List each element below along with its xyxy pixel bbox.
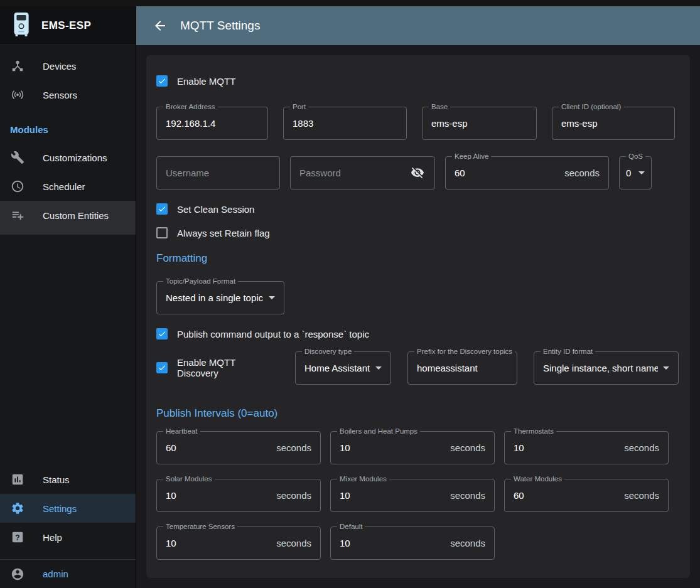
field-label: Topic/Payload Format [163,277,238,286]
field-value: 10 [166,538,271,548]
sidebar-item-sensors[interactable]: Sensors [0,80,136,109]
main-area: MQTT Settings Enable MQTT Broker Address… [136,6,700,588]
checkbox-icon [156,203,168,215]
sidebar-nav: Devices Sensors Modules [0,45,136,235]
broker-address-field[interactable]: Broker Address 192.168.1.4 [156,107,268,140]
field-value: 1883 [293,118,397,129]
base-field[interactable]: Base ems-esp [422,107,537,140]
sidebar-item-settings[interactable]: Settings [0,494,136,523]
mixer-interval-field[interactable]: Mixer Modules 10 seconds [330,479,495,512]
field-label: Keep Alive [452,152,491,161]
clock-icon [10,179,25,194]
dropdown-caret-icon [638,171,645,174]
field-label: Temperature Sensors [163,523,237,531]
sidebar-spacer [0,235,136,465]
field-value: homeassistant [417,363,508,373]
settings-card: Enable MQTT Broker Address 192.168.1.4 P… [146,55,690,578]
checkbox-label: Publish command output to a `response` t… [177,329,369,339]
field-label: Water Modules [511,475,564,483]
retain-flag-checkbox[interactable]: Always set Retain flag [156,221,680,245]
field-label: Prefix for the Discovery topics [414,348,515,356]
checkbox-label: Enable MQTT [177,76,235,87]
sidebar-item-scheduler[interactable]: Scheduler [0,172,136,201]
sidebar-item-label: Settings [43,503,77,514]
arrow-back-icon [153,18,168,33]
gear-icon [10,501,25,516]
sidebar-item-label: Custom Entities [43,210,109,221]
field-value: Home Assistant [304,363,370,373]
clean-session-checkbox[interactable]: Set Clean Session [156,197,680,221]
sidebar-item-help[interactable]: ? Help [0,523,136,552]
field-suffix: seconds [450,538,485,548]
sidebar-item-custom-entities[interactable]: Custom Entities [0,201,136,230]
topic-format-select[interactable]: Topic/Payload Format Nested in a single … [156,281,284,314]
sidebar-item-label: Sensors [43,90,77,100]
field-label: Thermostats [511,427,556,436]
field-suffix: seconds [564,168,600,178]
page-title: MQTT Settings [180,19,260,33]
discovery-type-select[interactable]: Discovery type Home Assistant [295,351,391,385]
field-suffix: seconds [624,490,659,501]
wrench-icon [10,150,25,165]
intervals-grid: Heartbeat 60 seconds Boilers and Heat Pu… [156,431,680,560]
dropdown-caret-icon [375,366,382,370]
sidebar-item-label: Customizations [43,152,107,163]
field-suffix: seconds [276,442,311,453]
publish-intervals-heading: Publish Intervals (0=auto) [156,407,680,420]
svg-text:?: ? [15,533,19,542]
field-value: 60 [166,442,271,453]
enable-discovery-checkbox[interactable]: Enable MQTT Discovery [156,356,279,380]
field-suffix: seconds [276,490,311,501]
field-value: 10 [514,442,619,453]
playlist-add-icon [10,208,25,223]
temperature-sensors-interval-field[interactable]: Temperature Sensors 10 seconds [156,527,321,560]
back-button[interactable] [153,18,168,33]
qos-select[interactable]: QoS 0 [619,156,652,190]
sidebar-item-label: Status [43,474,70,485]
broker-row: Broker Address 192.168.1.4 Port 1883 Bas… [156,107,680,140]
field-value: Nested in a single topic [166,292,264,303]
default-interval-field[interactable]: Default 10 seconds [330,527,495,560]
solar-interval-field[interactable]: Solar Modules 10 seconds [156,479,321,512]
field-placeholder: Username [166,168,271,178]
publish-response-checkbox[interactable]: Publish command output to a `response` t… [156,322,680,346]
field-value: 192.168.1.4 [166,118,259,129]
field-value: Single instance, short name [543,363,658,373]
password-field[interactable]: Password [290,156,435,190]
keep-alive-field[interactable]: Keep Alive 60 seconds [445,156,609,190]
entity-id-format-select[interactable]: Entity ID format Single instance, short … [534,351,679,385]
formatting-heading: Formatting [156,252,680,265]
enable-mqtt-checkbox[interactable]: Enable MQTT [156,69,680,93]
field-value: 10 [166,490,271,501]
app-logo-row: EMS-ESP [0,6,136,45]
sidebar-item-label: Help [43,532,62,543]
field-value: 10 [340,538,445,548]
sidebar-user-row[interactable]: admin [0,559,136,588]
sidebar-item-devices[interactable]: Devices [0,51,136,80]
thermostats-interval-field[interactable]: Thermostats 10 seconds [504,431,669,464]
topic-format-row: Topic/Payload Format Nested in a single … [156,281,680,314]
field-value: 0 [626,168,633,178]
sidebar-item-status[interactable]: Status [0,465,136,494]
water-interval-field[interactable]: Water Modules 60 seconds [504,479,669,512]
field-value: 60 [514,490,619,501]
visibility-off-icon[interactable] [411,166,426,181]
sidebar-item-customizations[interactable]: Customizations [0,143,136,172]
port-field[interactable]: Port 1883 [283,107,407,140]
username-field[interactable]: Username [156,156,280,190]
checkbox-label: Set Clean Session [177,204,254,215]
field-label: Discovery type [302,348,354,356]
discovery-prefix-field[interactable]: Prefix for the Discovery topics homeassi… [407,351,517,385]
field-label: Client ID (optional) [559,103,623,111]
user-name: admin [43,569,68,579]
boilers-interval-field[interactable]: Boilers and Heat Pumps 10 seconds [330,431,495,464]
boiler-logo-icon [11,11,31,40]
heartbeat-interval-field[interactable]: Heartbeat 60 seconds [156,431,321,464]
field-label: Solar Modules [163,475,215,483]
client-id-field[interactable]: Client ID (optional) ems-esp [552,107,675,140]
dropdown-caret-icon [269,296,275,299]
checkbox-icon [156,75,168,87]
checkbox-label: Enable MQTT Discovery [177,357,279,378]
field-label: Default [337,523,365,531]
field-label: Heartbeat [163,427,200,436]
